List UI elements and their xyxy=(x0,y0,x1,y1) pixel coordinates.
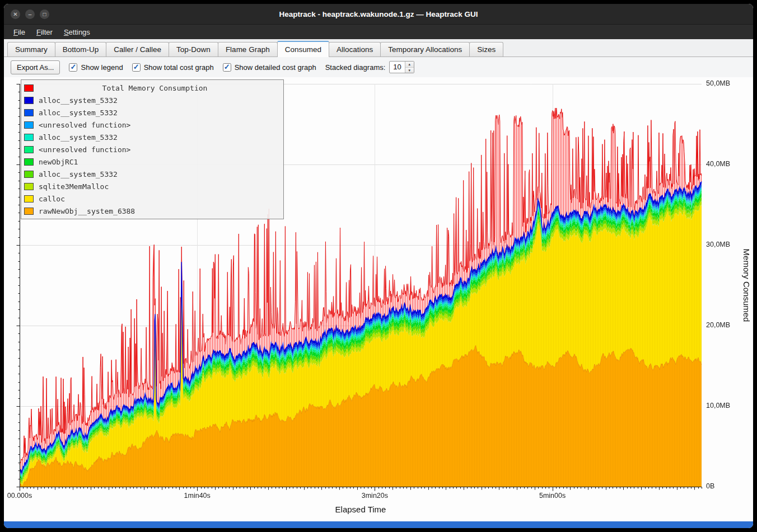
window-controls: ✕ – □ xyxy=(11,10,49,19)
checkbox-option[interactable]: Show detailed cost graph xyxy=(223,63,316,72)
tab[interactable]: Top-Down xyxy=(169,42,218,57)
close-icon[interactable]: ✕ xyxy=(11,10,20,19)
legend-row: alloc__system_5332 xyxy=(24,168,281,180)
legend-title-row: Total Memory Consumption xyxy=(24,82,281,94)
legend-row: <unresolved function> xyxy=(24,143,281,156)
checkbox-option[interactable]: Show total cost graph xyxy=(132,63,214,72)
legend-swatch xyxy=(24,146,34,153)
tab[interactable]: Sizes xyxy=(469,42,503,57)
menu-item[interactable]: Filter xyxy=(31,26,58,38)
legend-total-swatch xyxy=(24,84,34,92)
tab[interactable]: Allocations xyxy=(329,42,381,57)
toolbar-checkboxes: Show legend Show total cost graph Show d… xyxy=(69,63,316,72)
spin-buttons: ▴ ▾ xyxy=(405,62,414,73)
legend-label: sqlite3MemMalloc xyxy=(39,182,109,191)
export-as-button[interactable]: Export As... xyxy=(11,60,60,74)
tab[interactable]: Caller / Callee xyxy=(106,42,169,57)
checkbox-label: Show legend xyxy=(81,63,123,72)
legend-label: alloc__system_5332 xyxy=(39,170,118,178)
chart-legend: Total Memory Consumption alloc__system_5… xyxy=(21,79,284,219)
checkbox-label: Show detailed cost graph xyxy=(235,63,316,72)
legend-swatch xyxy=(24,109,34,116)
spin-down-icon[interactable]: ▾ xyxy=(405,67,414,73)
legend-swatch xyxy=(24,195,34,203)
app-window: ✕ – □ Heaptrack - heaptrack.wakunode.1.g… xyxy=(3,3,754,529)
legend-label: calloc xyxy=(39,195,65,203)
menu-item[interactable]: File xyxy=(8,26,30,38)
legend-label: alloc__system_5332 xyxy=(39,96,118,105)
legend-row: <unresolved function> xyxy=(24,119,281,131)
legend-label: rawNewObj__system_6388 xyxy=(39,207,135,215)
legend-label: <unresolved function> xyxy=(39,145,130,154)
checkbox-option[interactable]: Show legend xyxy=(69,63,123,72)
menu-item[interactable]: Settings xyxy=(59,26,95,38)
legend-row: alloc__system_5332 xyxy=(24,131,281,143)
titlebar: ✕ – □ Heaptrack - heaptrack.wakunode.1.g… xyxy=(4,4,753,24)
legend-swatch xyxy=(24,183,34,190)
menubar: File Filter Settings xyxy=(4,24,753,39)
checkbox-icon xyxy=(223,63,231,72)
tab[interactable]: Consumed xyxy=(277,41,329,57)
legend-row: sqlite3MemMalloc xyxy=(24,180,281,192)
legend-label: alloc__system_5332 xyxy=(39,133,118,142)
legend-row: alloc__system_5332 xyxy=(24,106,281,119)
tab[interactable]: Flame Graph xyxy=(218,42,278,57)
stacked-diagrams-label: Stacked diagrams: xyxy=(325,63,386,72)
toolbar: Export As... Show legend Show total cost… xyxy=(4,57,753,77)
x-axis-title: Elapsed Time xyxy=(335,505,386,514)
stacked-diagrams-value[interactable]: 10 xyxy=(390,62,404,73)
legend-items: alloc__system_5332 alloc__system_5332 <u… xyxy=(24,94,281,217)
stacked-diagrams-spinbox[interactable]: 10 ▴ ▾ xyxy=(389,61,414,73)
legend-title: Total Memory Consumption xyxy=(39,84,271,92)
bottom-strip xyxy=(4,521,753,528)
tabbar: Summary Bottom-Up Caller / Callee Top-Do… xyxy=(4,39,753,57)
legend-swatch xyxy=(24,158,34,166)
tab[interactable]: Bottom-Up xyxy=(55,42,107,57)
legend-swatch xyxy=(24,134,34,141)
legend-row: rawNewObj__system_6388 xyxy=(24,205,281,217)
chart-area: 0B10,0MB20,0MB30,0MB40,0MB50,0MB00.000s1… xyxy=(4,77,753,521)
legend-swatch xyxy=(24,121,34,129)
y-axis-title: Memory Consumed xyxy=(742,249,751,322)
checkbox-label: Show total cost graph xyxy=(144,63,214,72)
tab[interactable]: Temporary Allocations xyxy=(380,42,470,57)
minimize-icon[interactable]: – xyxy=(25,10,35,19)
legend-row: calloc xyxy=(24,192,281,205)
checkbox-icon xyxy=(132,63,141,72)
tab[interactable]: Summary xyxy=(7,42,55,57)
maximize-icon[interactable]: □ xyxy=(40,10,49,19)
legend-label: alloc__system_5332 xyxy=(39,109,118,117)
legend-row: newObjRC1 xyxy=(24,156,281,168)
legend-swatch xyxy=(24,97,34,104)
legend-label: <unresolved function> xyxy=(39,121,130,129)
legend-row: alloc__system_5332 xyxy=(24,94,281,106)
spin-up-icon[interactable]: ▴ xyxy=(405,62,414,67)
legend-swatch xyxy=(24,208,34,215)
legend-swatch xyxy=(24,171,34,178)
checkbox-icon xyxy=(69,63,77,72)
stacked-diagrams-group: Stacked diagrams: 10 ▴ ▾ xyxy=(325,61,414,73)
legend-label: newObjRC1 xyxy=(39,158,78,166)
window-title: Heaptrack - heaptrack.wakunode.1.gz — He… xyxy=(4,10,753,18)
